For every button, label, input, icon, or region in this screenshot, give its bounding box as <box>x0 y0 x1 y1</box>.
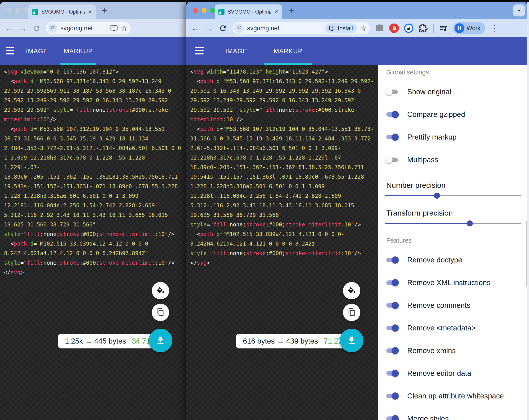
toggle-switch[interactable] <box>386 371 398 376</box>
copy-button[interactable] <box>152 304 169 321</box>
profile-label: Work <box>466 25 481 32</box>
theme-paint-button[interactable] <box>343 282 360 299</box>
browser-tab[interactable]: SVGOMG - Optimize and mini × <box>28 4 96 19</box>
toggle-switch[interactable] <box>386 326 398 330</box>
code-line: 19.541s-.151.157-.151.363l-.071 18.89c0 … <box>4 182 183 191</box>
setting-row: Merge styles <box>386 407 527 420</box>
setting-row: Remove XML instructions <box>386 271 527 294</box>
code-line: 5.312-.116 2.92 3.43 18.11 3.43 18.11 3.… <box>190 201 376 210</box>
code-line: 29.592 29.592" style="fill:none;stroke:#… <box>190 105 376 115</box>
setting-label: Remove xmlns <box>407 346 456 355</box>
site-settings-icon[interactable] <box>48 23 57 33</box>
setting-row: Remove comments <box>386 294 527 317</box>
site-settings-icon[interactable] <box>234 23 244 33</box>
size-change-text: 1.25k → 445 bytes <box>65 337 126 345</box>
profile-button[interactable]: H Work <box>453 22 485 34</box>
window-controls[interactable] <box>193 8 215 13</box>
setting-label: Multipass <box>407 156 438 164</box>
settings-scrollbar[interactable] <box>526 221 527 287</box>
zoom-window-icon[interactable] <box>210 8 215 13</box>
slider-label: Number precision <box>386 181 527 190</box>
setting-label: Compare gzipped <box>407 110 465 119</box>
address-bar[interactable]: svgomg.net Install ☆ <box>233 22 370 34</box>
browser-tab[interactable]: SVGOMG - Optimize and min × <box>215 4 282 19</box>
screenshot-camera-icon[interactable] <box>375 24 384 33</box>
setting-row: Remove <metadata> <box>386 317 527 339</box>
tab-close-icon[interactable]: × <box>274 8 278 15</box>
close-window-icon[interactable] <box>7 8 12 13</box>
size-result-bar: 616 bytes → 439 bytes 71.27% <box>236 334 355 348</box>
code-line: 8.242H4.621a4.121 4.121 0 0 0 0 8.242z" <box>190 239 376 249</box>
menu-icon[interactable] <box>195 47 204 54</box>
new-tab-button[interactable]: + <box>289 5 295 16</box>
code-line: miterlimit:10"/> <box>4 115 183 124</box>
svgomg-favicon-icon <box>218 9 225 15</box>
global-toggle-list: Show originalCompare gzippedPrettify mar… <box>386 80 527 171</box>
toggle-switch[interactable] <box>386 280 398 285</box>
forward-icon[interactable]: → <box>19 24 27 32</box>
tab-search-chevron-icon[interactable] <box>513 4 525 16</box>
media-playlist-icon[interactable] <box>439 24 448 33</box>
bookmark-star-icon[interactable]: ☆ <box>121 25 128 32</box>
markup-view: <svg viewBox="0 0 107.136 107.812"> <pat… <box>0 65 186 420</box>
toggle-switch[interactable] <box>386 303 398 308</box>
download-button[interactable] <box>149 329 172 352</box>
toggle-switch[interactable] <box>386 158 398 162</box>
tab-image[interactable]: IMAGE <box>217 37 255 65</box>
copy-button[interactable] <box>343 304 360 321</box>
new-tab-button[interactable]: + <box>102 5 107 16</box>
bookmark-star-icon[interactable]: ☆ <box>360 25 367 32</box>
code-line: 1.229l-.07- <box>4 162 183 172</box>
slider-knob[interactable] <box>434 193 440 199</box>
install-label: Install <box>338 25 353 32</box>
address-bar[interactable]: svgomg.net ☆ <box>46 22 131 34</box>
code-line: <path d="M102.515 33.039a4.121 4.121 0 0… <box>190 229 376 239</box>
browser-toolbar: ← → svgomg.net Install ☆ <box>186 19 527 37</box>
back-icon[interactable]: ← <box>191 24 199 32</box>
reload-icon[interactable] <box>32 24 40 32</box>
extensions-puzzle-icon[interactable] <box>419 24 428 33</box>
install-page-icon[interactable] <box>110 25 118 32</box>
zoom-window-icon[interactable] <box>24 8 29 13</box>
tab-markup[interactable]: MARKUP <box>264 37 312 65</box>
code-line: 29.592 13.249-29.592 29.592 0 16.343 13.… <box>190 96 376 105</box>
minimize-window-icon[interactable] <box>15 8 20 13</box>
reload-icon[interactable] <box>219 24 227 32</box>
setting-label: Remove comments <box>407 301 470 310</box>
minimize-window-icon[interactable] <box>202 8 207 13</box>
download-button[interactable] <box>340 329 363 352</box>
menu-icon[interactable] <box>6 47 14 54</box>
toggle-switch[interactable] <box>386 90 398 94</box>
setting-row: Multipass <box>386 148 527 171</box>
code-line: </svg> <box>4 268 183 277</box>
back-icon[interactable]: ← <box>5 24 13 32</box>
window-controls[interactable] <box>7 8 29 13</box>
close-window-icon[interactable] <box>193 8 198 13</box>
slider-knob[interactable] <box>467 221 473 226</box>
install-app-button[interactable]: Install <box>325 23 357 33</box>
password-lock-icon[interactable] <box>404 24 413 33</box>
code-line: 2.484-.353-3.772-2.61-5.312l-.114-.084a6… <box>4 143 183 153</box>
code-line: 19.625 31.566 38.729 31.566" <box>190 210 376 220</box>
url-text[interactable]: svgomg.net <box>247 25 322 32</box>
background-window-sliver <box>527 2 529 420</box>
toggle-switch[interactable] <box>386 417 398 420</box>
toggle-switch[interactable] <box>386 258 398 262</box>
tab-close-icon[interactable]: × <box>88 8 92 15</box>
browser-menu-icon[interactable]: ⋮ <box>490 24 498 33</box>
adblock-hand-icon[interactable] <box>389 24 399 33</box>
setting-label: Prettify markup <box>407 133 457 141</box>
forward-icon[interactable]: → <box>205 24 213 32</box>
toggle-switch[interactable] <box>386 112 398 117</box>
tab-markup[interactable]: MARKUP <box>60 37 96 65</box>
tab-image[interactable]: IMAGE <box>21 37 53 65</box>
precision-slider[interactable] <box>385 220 521 227</box>
global-settings-header: Global settings <box>386 69 527 76</box>
toggle-switch[interactable] <box>386 348 398 353</box>
toggle-switch[interactable] <box>386 394 398 398</box>
svgomg-header: IMAGE MARKUP <box>186 37 527 65</box>
toggle-switch[interactable] <box>386 135 398 139</box>
url-text[interactable]: svgomg.net <box>60 25 107 32</box>
theme-paint-button[interactable] <box>152 282 169 299</box>
precision-slider[interactable] <box>385 192 521 199</box>
